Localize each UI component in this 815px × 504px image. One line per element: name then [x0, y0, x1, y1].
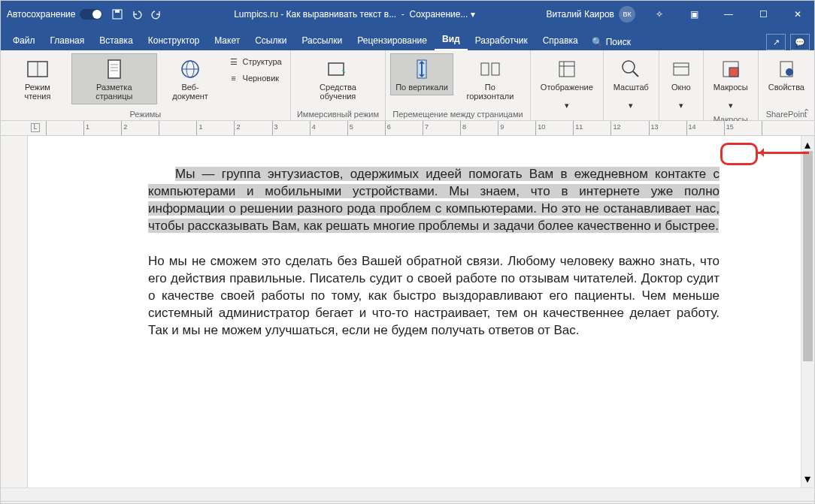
horizontal-pages-icon — [478, 57, 502, 81]
zoom-icon — [619, 57, 643, 81]
paragraph-1[interactable]: Мы — группа энтузиастов, одержимых идеей… — [148, 166, 720, 235]
macros-icon — [719, 57, 743, 81]
scroll-down-icon[interactable]: ▾ — [804, 472, 810, 486]
svg-line-20 — [633, 71, 638, 77]
document-title: Lumpics.ru - Как выравнивать текст в... … — [162, 9, 546, 20]
group-label-immersive: Иммерсивный режим — [295, 108, 380, 119]
svg-rect-4 — [108, 60, 120, 78]
group-zoom: Масштаб▾ — [604, 50, 659, 120]
quick-access-toolbar — [111, 8, 162, 20]
group-page-movement: По вертикали По горизонтали Перемещение … — [386, 50, 531, 120]
autosave-label: Автосохранение — [7, 9, 75, 20]
workspace: Мы — группа энтузиастов, одержимых идеей… — [1, 136, 814, 487]
svg-rect-15 — [492, 63, 499, 75]
window-button[interactable]: Окно▾ — [664, 53, 698, 113]
tab-home[interactable]: Главная — [43, 31, 92, 50]
print-layout-button[interactable]: Разметка страницы — [71, 53, 157, 104]
show-icon — [555, 57, 579, 81]
comments-icon[interactable]: 💬 — [790, 34, 810, 50]
group-label-views: Режимы — [5, 108, 286, 119]
zoom-button[interactable]: Масштаб▾ — [608, 53, 654, 113]
vertical-ruler[interactable] — [1, 136, 28, 487]
avatar: ВК — [619, 6, 635, 23]
tab-review[interactable]: Рецензирование — [350, 31, 435, 50]
page-content[interactable]: Мы — группа энтузиастов, одержимых идеей… — [148, 166, 720, 339]
tab-developer[interactable]: Разработчик — [468, 31, 535, 50]
document-area[interactable]: Мы — группа энтузиастов, одержимых идеей… — [28, 136, 814, 487]
search-box[interactable]: 🔍 Поиск — [586, 34, 637, 50]
read-mode-icon — [26, 57, 50, 81]
window-controls: ✧ ▣ — ☐ ✕ — [649, 9, 808, 20]
status-bar: Страница 1 из 1 Слово 48 из 113 📖 русски… — [1, 501, 814, 504]
vertical-pages-icon — [410, 57, 434, 81]
show-button[interactable]: Отображение▾ — [535, 53, 598, 113]
learning-tools-icon — [326, 57, 350, 81]
tab-file[interactable]: Файл — [5, 31, 43, 50]
title-bar: Автосохранение Lumpics.ru - Как выравнив… — [1, 1, 814, 28]
properties-button[interactable]: Свойства — [763, 53, 810, 95]
tab-references[interactable]: Ссылки — [247, 31, 294, 50]
vertical-scrollbar[interactable]: ▴ ▾ — [801, 136, 814, 487]
redo-icon[interactable] — [150, 8, 162, 20]
horizontal-ruler[interactable]: 12123456789101112131415 — [1, 121, 814, 136]
tab-insert[interactable]: Вставка — [92, 31, 141, 50]
svg-rect-1 — [115, 10, 120, 13]
print-layout-icon — [102, 57, 126, 81]
paragraph-2[interactable]: Но мы не сможем это сделать без Вашей об… — [148, 253, 720, 340]
group-immersive: Средства обучения Иммерсивный режим — [291, 50, 386, 120]
web-layout-icon — [178, 57, 202, 81]
tab-design[interactable]: Конструктор — [141, 31, 207, 50]
scroll-up-icon[interactable]: ▴ — [804, 137, 810, 152]
horizontal-scrollbar[interactable] — [1, 487, 814, 501]
horizontal-pages-button[interactable]: По горизонтали — [455, 53, 526, 104]
user-name: Виталий Каиров — [546, 9, 614, 20]
share-icon[interactable]: ↗ — [766, 34, 786, 50]
autosave-toggle[interactable]: Автосохранение — [7, 9, 102, 20]
maximize-icon[interactable]: ☐ — [753, 9, 774, 20]
group-macros: Макросы▾ Макросы — [704, 50, 759, 120]
tab-help[interactable]: Справка — [535, 31, 586, 50]
scrollbar-thumb[interactable] — [803, 151, 813, 361]
svg-rect-24 — [729, 68, 738, 77]
ribbon-options-icon[interactable]: ✧ — [649, 9, 670, 20]
toggle-switch[interactable] — [80, 9, 102, 20]
outline-button[interactable]: ☰ Структура — [224, 53, 286, 70]
undo-icon[interactable] — [131, 8, 143, 20]
group-show: Отображение▾ — [531, 50, 604, 120]
tab-mailings[interactable]: Рассылки — [294, 31, 350, 50]
svg-point-26 — [786, 68, 793, 76]
group-views: Режим чтения Разметка страницы Веб-докум… — [1, 50, 291, 120]
draft-button[interactable]: ≡ Черновик — [224, 70, 286, 86]
ribbon-display-icon[interactable]: ▣ — [683, 9, 704, 20]
ribbon: Режим чтения Разметка страницы Веб-докум… — [1, 50, 814, 121]
svg-rect-16 — [559, 62, 574, 77]
window-icon — [669, 57, 693, 81]
properties-icon — [774, 57, 798, 81]
draft-icon: ≡ — [228, 72, 240, 84]
macros-button[interactable]: Макросы▾ — [708, 53, 753, 113]
ribbon-tabs: Файл Главная Вставка Конструктор Макет С… — [1, 28, 814, 50]
read-mode-button[interactable]: Режим чтения — [5, 53, 70, 104]
save-icon[interactable] — [111, 8, 123, 20]
group-window: Окно▾ — [659, 50, 704, 120]
svg-rect-11 — [329, 63, 344, 75]
minimize-icon[interactable]: — — [718, 9, 739, 20]
user-account[interactable]: Виталий Каиров ВК — [546, 6, 635, 23]
outline-icon: ☰ — [228, 56, 240, 68]
svg-rect-21 — [674, 63, 689, 75]
collapse-ribbon-icon[interactable]: ⌃ — [803, 107, 810, 117]
svg-rect-14 — [481, 63, 489, 75]
learning-tools-button[interactable]: Средства обучения — [295, 53, 380, 104]
web-layout-button[interactable]: Веб-документ — [159, 53, 223, 104]
tab-view[interactable]: Вид — [435, 29, 468, 50]
tab-layout[interactable]: Макет — [207, 31, 247, 50]
group-label-page-movement: Перемещение между страницами — [390, 108, 526, 119]
svg-point-19 — [623, 61, 635, 73]
vertical-pages-button[interactable]: По вертикали — [390, 53, 453, 95]
close-icon[interactable]: ✕ — [787, 9, 808, 20]
